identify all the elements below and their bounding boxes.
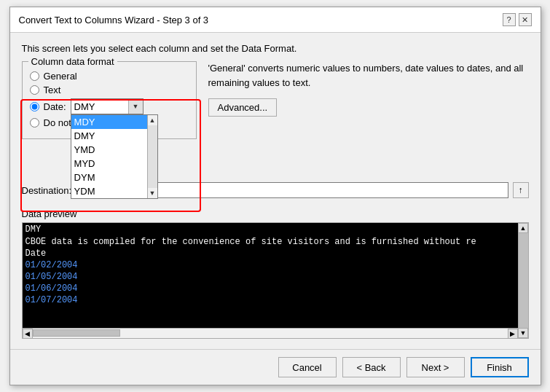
preview-column-header: DMY [23, 223, 518, 236]
main-area: Column data format General Text Date [22, 61, 529, 172]
close-button[interactable]: ✕ [519, 13, 532, 26]
preview-scroll-down[interactable]: ▼ [518, 328, 528, 338]
date-select-arrow-icon[interactable]: ▼ [128, 99, 143, 114]
preview-inner: DMY CBOE data is compiled for the conven… [23, 223, 528, 338]
column-format-group: Column data format General Text Date [22, 61, 197, 139]
date-dropdown-container: DMY ▼ MDY DMY YMD MYD DYM [71, 98, 144, 114]
radio-text[interactable] [30, 85, 39, 95]
preview-scroll-left[interactable]: ◀ [23, 329, 33, 339]
preview-row-1: Date [23, 248, 518, 259]
dialog-title: Convert Text to Columns Wizard - Step 3 … [19, 15, 209, 26]
right-description: 'General' converts numeric values to num… [208, 61, 529, 90]
intro-text: This screen lets you select each column … [22, 43, 529, 54]
dropdown-item-ydm[interactable]: YDM [71, 184, 157, 198]
dropdown-items: MDY DMY YMD MYD DYM YDM [71, 115, 157, 198]
radio-text-row: Text [30, 85, 189, 95]
preview-scrollbar-horizontal: ◀ ▶ [23, 328, 518, 338]
preview-scroll-h-track [33, 329, 508, 338]
cancel-button[interactable]: Cancel [278, 357, 337, 377]
preview-content: DMY CBOE data is compiled for the conven… [23, 223, 518, 338]
data-preview-section: Data preview DMY CBOE data is compiled f… [22, 208, 529, 339]
radio-date[interactable] [30, 102, 39, 111]
radio-donot[interactable] [30, 118, 39, 128]
dialog-body: This screen lets you select each column … [10, 33, 541, 349]
preview-scrollbar-vertical: ▲ ▼ [518, 223, 528, 338]
preview-scroll-up[interactable]: ▲ [518, 223, 528, 233]
finish-button[interactable]: Finish [471, 357, 529, 377]
preview-scroll-h-thumb [33, 329, 120, 337]
next-button[interactable]: Next > [406, 357, 465, 377]
preview-row-0: CBOE data is compiled for the convenienc… [23, 236, 518, 248]
radio-general[interactable] [30, 71, 39, 81]
column-format-label: Column data format [28, 56, 117, 67]
preview-row-5: 01/07/2004 [23, 294, 518, 306]
help-button[interactable]: ? [503, 13, 516, 26]
scroll-down-arrow[interactable]: ▼ [147, 188, 157, 198]
title-bar-controls: ? ✕ [503, 13, 532, 26]
date-dropdown-open: MDY DMY YMD MYD DYM YDM ▲ [71, 114, 158, 199]
radio-general-label[interactable]: General [44, 71, 77, 82]
preview-label: Data preview [22, 208, 529, 219]
destination-label: Destination: [22, 185, 72, 196]
back-button[interactable]: < Back [342, 357, 401, 377]
preview-row-3: 01/05/2004 [23, 271, 518, 283]
advanced-button[interactable]: Advanced... [208, 98, 278, 117]
dropdown-item-mdy[interactable]: MDY [71, 115, 157, 129]
dropdown-item-ymd[interactable]: YMD [71, 143, 157, 157]
dropdown-item-dmy[interactable]: DMY [71, 129, 157, 143]
scroll-up-arrow[interactable]: ▲ [147, 115, 157, 125]
preview-scroll-right[interactable]: ▶ [508, 329, 518, 339]
dropdown-item-dym[interactable]: DYM [71, 170, 157, 184]
date-select-value: DMY [71, 101, 128, 112]
dialog: Convert Text to Columns Wizard - Step 3 … [9, 7, 541, 385]
date-select-box[interactable]: DMY ▼ [71, 98, 144, 114]
left-panel: Column data format General Text Date [22, 61, 197, 172]
radio-date-label[interactable]: Date: [44, 101, 66, 112]
radio-date-row: Date: DMY ▼ MDY DMY YMD [30, 98, 189, 114]
title-bar: Convert Text to Columns Wizard - Step 3 … [10, 7, 541, 33]
radio-general-row: General [30, 71, 189, 82]
preview-row-2: 01/02/2004 [23, 259, 518, 271]
preview-row-4: 01/06/2004 [23, 283, 518, 294]
dropdown-item-myd[interactable]: MYD [71, 157, 157, 170]
destination-icon-button[interactable]: ↑ [513, 182, 529, 198]
bottom-bar: Cancel < Back Next > Finish [10, 349, 541, 385]
preview-area: DMY CBOE data is compiled for the conven… [22, 222, 529, 339]
dropdown-scrollbar: ▲ ▼ [147, 115, 157, 198]
right-panel: 'General' converts numeric values to num… [197, 61, 529, 172]
radio-text-label[interactable]: Text [44, 85, 61, 95]
